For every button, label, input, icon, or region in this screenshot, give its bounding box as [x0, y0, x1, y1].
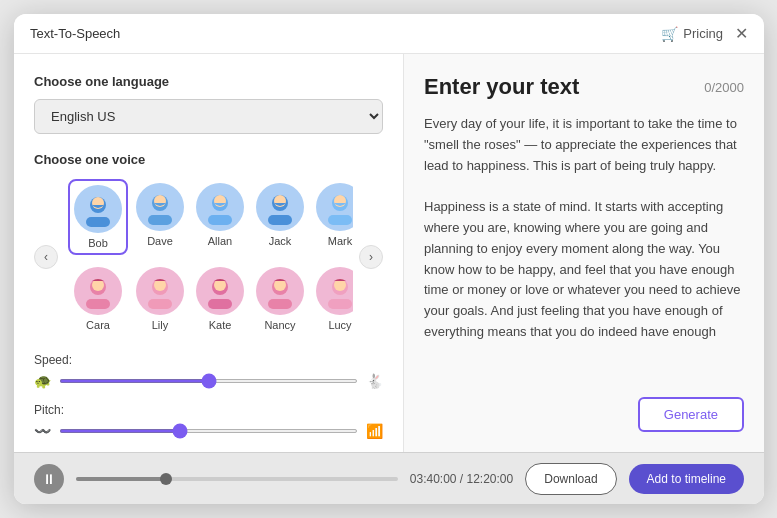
speed-slow-icon: 🐢	[34, 373, 51, 389]
title-bar: Text-To-Speech 🛒 Pricing ✕	[14, 14, 764, 54]
voice-name-nancy: Nancy	[264, 319, 295, 331]
left-panel: Choose one language English US English U…	[14, 54, 404, 452]
voice-avatar-lily	[136, 267, 184, 315]
svg-rect-1	[86, 217, 110, 227]
prev-voice-arrow[interactable]: ‹	[34, 245, 58, 269]
right-header: Enter your text 0/2000	[424, 74, 744, 100]
app-window: Text-To-Speech 🛒 Pricing ✕ Choose one la…	[14, 14, 764, 504]
speed-label: Speed:	[34, 353, 383, 367]
generate-btn-wrapper: Generate	[424, 397, 744, 432]
voice-item-allan[interactable]: Allan	[192, 179, 248, 255]
voice-item-kate[interactable]: Kate	[192, 263, 248, 335]
time-display: 03:40:00 / 12:20:00	[410, 472, 513, 486]
pitch-row: Pitch: 〰️ 📶	[34, 403, 383, 439]
speed-row: Speed: 🐢 🐇	[34, 353, 383, 389]
pitch-slider[interactable]	[59, 429, 358, 433]
voice-avatar-lucy	[316, 267, 353, 315]
voice-item-bob[interactable]: Bob	[68, 179, 128, 255]
download-button[interactable]: Download	[525, 463, 616, 495]
pricing-button[interactable]: 🛒 Pricing	[661, 26, 723, 42]
title-bar-right: 🛒 Pricing ✕	[661, 26, 748, 42]
pitch-low-icon: 〰️	[34, 423, 51, 439]
voice-section-label: Choose one voice	[34, 152, 383, 167]
voice-item-mark[interactable]: Mark	[312, 179, 353, 255]
voice-item-nancy[interactable]: Nancy	[252, 263, 308, 335]
voice-item-lucy[interactable]: Lucy	[312, 263, 353, 335]
pause-button[interactable]: ⏸	[34, 464, 64, 494]
voice-avatar-allan	[196, 183, 244, 231]
progress-bar[interactable]	[76, 477, 398, 481]
voice-avatar-jack	[256, 183, 304, 231]
svg-rect-19	[148, 299, 172, 309]
title-bar-left: Text-To-Speech	[30, 26, 120, 41]
svg-rect-22	[208, 299, 232, 309]
voice-name-dave: Dave	[147, 235, 173, 247]
voice-avatar-dave	[136, 183, 184, 231]
pitch-high-icon: 📶	[366, 423, 383, 439]
main-content: Choose one language English US English U…	[14, 54, 764, 452]
voice-avatar-nancy	[256, 267, 304, 315]
voice-item-jack[interactable]: Jack	[252, 179, 308, 255]
progress-thumb	[160, 473, 172, 485]
speed-fast-icon: 🐇	[366, 373, 383, 389]
next-voice-arrow[interactable]: ›	[359, 245, 383, 269]
voice-avatar-mark	[316, 183, 353, 231]
voice-avatar-kate	[196, 267, 244, 315]
svg-rect-4	[148, 215, 172, 225]
svg-rect-25	[268, 299, 292, 309]
svg-rect-28	[328, 299, 352, 309]
voice-avatar-bob	[74, 185, 122, 233]
voice-name-bob: Bob	[88, 237, 108, 249]
voice-grid: Bob Dave Allan	[64, 179, 353, 335]
speed-slider[interactable]	[59, 379, 358, 383]
app-title: Text-To-Speech	[30, 26, 120, 41]
close-button[interactable]: ✕	[735, 26, 748, 42]
generate-button[interactable]: Generate	[638, 397, 744, 432]
cart-icon: 🛒	[661, 26, 678, 42]
voice-name-allan: Allan	[208, 235, 232, 247]
voice-name-lucy: Lucy	[328, 319, 351, 331]
voice-name-jack: Jack	[269, 235, 292, 247]
voice-item-lily[interactable]: Lily	[132, 263, 188, 335]
svg-rect-16	[86, 299, 110, 309]
voice-item-cara[interactable]: Cara	[68, 263, 128, 335]
voice-avatar-cara	[74, 267, 122, 315]
right-panel: Enter your text 0/2000 Every day of your…	[404, 54, 764, 452]
voice-name-lily: Lily	[152, 319, 169, 331]
voice-name-cara: Cara	[86, 319, 110, 331]
char-count: 0/2000	[704, 80, 744, 95]
slider-section: Speed: 🐢 🐇 Pitch: 〰️ 📶	[34, 353, 383, 439]
pitch-label: Pitch:	[34, 403, 383, 417]
svg-rect-7	[208, 215, 232, 225]
svg-rect-10	[268, 215, 292, 225]
progress-fill	[76, 477, 166, 481]
pricing-label: Pricing	[683, 26, 723, 41]
voice-name-kate: Kate	[209, 319, 232, 331]
text-content[interactable]: Every day of your life, it is important …	[424, 114, 744, 385]
voice-item-dave[interactable]: Dave	[132, 179, 188, 255]
add-to-timeline-button[interactable]: Add to timeline	[629, 464, 744, 494]
enter-text-title: Enter your text	[424, 74, 579, 100]
svg-rect-13	[328, 215, 352, 225]
bottom-bar: ⏸ 03:40:00 / 12:20:00 Download Add to ti…	[14, 452, 764, 504]
pitch-track-row: 〰️ 📶	[34, 423, 383, 439]
voice-grid-wrapper: ‹ Bob Dave	[34, 179, 383, 335]
language-select[interactable]: English US English UK Spanish French Ger…	[34, 99, 383, 134]
language-section-label: Choose one language	[34, 74, 383, 89]
voice-name-mark: Mark	[328, 235, 352, 247]
speed-track-row: 🐢 🐇	[34, 373, 383, 389]
